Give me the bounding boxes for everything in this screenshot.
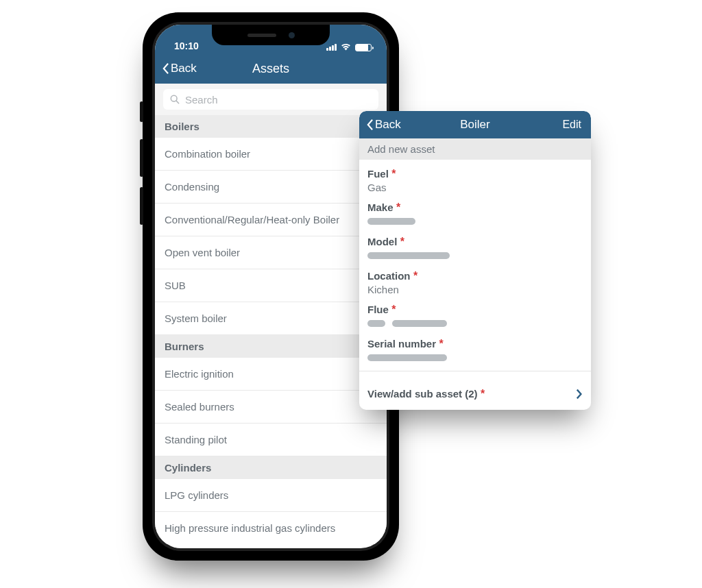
cellular-signal-icon bbox=[326, 44, 337, 51]
list-item[interactable]: System boiler bbox=[155, 302, 387, 335]
detail-subtitle: Add new asset bbox=[359, 138, 591, 160]
placeholder-bar bbox=[367, 218, 415, 225]
detail-back-button[interactable]: Back bbox=[359, 118, 401, 132]
divider bbox=[359, 371, 591, 371]
field-label: Flue bbox=[367, 304, 389, 315]
list-item[interactable]: Electric ignition bbox=[155, 358, 387, 391]
required-indicator: * bbox=[413, 270, 417, 282]
asset-form: Fuel * Gas Make * Model * Location * Kic… bbox=[359, 160, 591, 378]
required-indicator: * bbox=[391, 168, 396, 180]
required-indicator: * bbox=[439, 338, 444, 350]
mute-switch bbox=[140, 101, 143, 122]
placeholder-bar bbox=[367, 354, 447, 361]
front-camera bbox=[289, 32, 295, 38]
field-make[interactable]: Make * bbox=[367, 196, 583, 230]
battery-icon bbox=[355, 44, 372, 51]
required-indicator: * bbox=[400, 236, 404, 247]
status-time: 10:10 bbox=[174, 40, 199, 51]
search-placeholder: Search bbox=[185, 94, 218, 106]
search-container: Search bbox=[155, 84, 387, 115]
section-header-cylinders: Cylinders bbox=[155, 456, 387, 479]
field-location[interactable]: Location * Kichen bbox=[367, 265, 583, 298]
volume-up-button bbox=[140, 139, 143, 177]
assets-nav-bar: Back Assets bbox=[155, 53, 387, 84]
search-input[interactable]: Search bbox=[163, 89, 378, 110]
section-header-boilers: Boilers bbox=[155, 115, 387, 138]
field-serial-number[interactable]: Serial number * bbox=[367, 332, 583, 367]
list-item[interactable]: Sealed burners bbox=[155, 391, 387, 424]
required-indicator: * bbox=[481, 388, 485, 400]
detail-back-label: Back bbox=[375, 118, 401, 132]
list-item[interactable]: Open vent boiler bbox=[155, 236, 387, 269]
required-indicator: * bbox=[391, 304, 396, 315]
detail-nav-bar: Back Boiler Edit bbox=[359, 111, 591, 138]
chevron-right-icon bbox=[576, 389, 583, 400]
search-icon bbox=[170, 95, 180, 104]
list-item[interactable]: LPG cylinders bbox=[155, 479, 387, 512]
placeholder-bar bbox=[367, 252, 450, 259]
field-value: Kichen bbox=[367, 284, 583, 295]
field-flue[interactable]: Flue * bbox=[367, 298, 583, 332]
field-label: Model bbox=[367, 236, 397, 247]
section-header-burners: Burners bbox=[155, 335, 387, 358]
chevron-left-icon bbox=[162, 62, 169, 75]
field-label: Make bbox=[367, 201, 394, 213]
chevron-left-icon bbox=[366, 119, 374, 131]
svg-line-1 bbox=[176, 101, 179, 103]
list-item[interactable]: Conventional/Regular/Heat-only Boiler bbox=[155, 204, 387, 236]
list-item[interactable]: High pressure industrial gas cylinders bbox=[155, 512, 387, 544]
edit-button[interactable]: Edit bbox=[562, 119, 581, 131]
wifi-icon bbox=[341, 43, 351, 51]
required-indicator: * bbox=[396, 201, 400, 213]
field-label: Serial number bbox=[367, 338, 436, 350]
field-model[interactable]: Model * bbox=[367, 230, 583, 265]
field-fuel[interactable]: Fuel * Gas bbox=[367, 162, 583, 196]
page-title: Assets bbox=[252, 62, 289, 76]
volume-down-button bbox=[140, 187, 143, 225]
list-item[interactable]: SUB bbox=[155, 269, 387, 302]
view-add-sub-asset-row[interactable]: View/add sub asset (2) * bbox=[359, 378, 591, 410]
speaker-grille bbox=[247, 34, 276, 37]
assets-list[interactable]: Boilers Combination boiler Condensing Co… bbox=[155, 115, 387, 544]
sub-asset-label: View/add sub asset (2) bbox=[367, 388, 478, 400]
field-label: Fuel bbox=[367, 168, 389, 180]
placeholder-bar bbox=[392, 320, 447, 327]
list-item[interactable]: Combination boiler bbox=[155, 138, 387, 171]
field-value: Gas bbox=[367, 182, 583, 193]
field-label: Location bbox=[367, 270, 411, 282]
boiler-detail-card: Back Boiler Edit Add new asset Fuel * Ga… bbox=[359, 111, 591, 410]
notch bbox=[212, 25, 330, 45]
placeholder-bar bbox=[367, 320, 385, 327]
detail-title: Boiler bbox=[460, 118, 489, 132]
list-item[interactable]: Condensing bbox=[155, 171, 387, 204]
back-label: Back bbox=[171, 62, 197, 75]
list-item[interactable]: Standing pilot bbox=[155, 424, 387, 456]
back-button[interactable]: Back bbox=[155, 62, 197, 75]
